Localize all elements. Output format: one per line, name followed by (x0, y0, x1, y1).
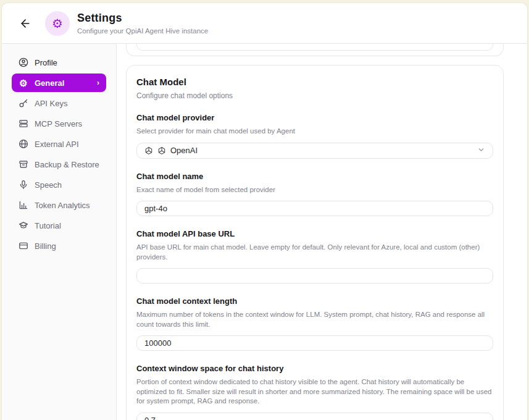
sidebar-item-external-api[interactable]: External API (12, 135, 106, 153)
graduation-cap-icon (19, 220, 28, 230)
sidebar-item-label: Billing (35, 242, 56, 251)
settings-content: Chat Model Configure chat model options … (117, 44, 527, 420)
sidebar-item-mcp-servers[interactable]: MCP Servers (12, 114, 106, 133)
credit-card-icon (19, 241, 28, 251)
archive-icon (19, 159, 28, 169)
sidebar-item-profile[interactable]: Profile (12, 53, 106, 72)
previous-card-partial (126, 44, 504, 56)
sidebar-item-label: External API (35, 140, 79, 149)
arrow-left-icon (19, 17, 31, 30)
provider-select[interactable]: OpenAI (136, 143, 493, 159)
settings-gear-badge: ⚙ (45, 11, 70, 36)
field-description: Exact name of model from selected provid… (136, 185, 493, 195)
sidebar-item-speech[interactable]: Speech (12, 175, 106, 194)
provider-select-value: OpenAI (170, 146, 198, 155)
chat-model-api-base-url-input[interactable] (136, 268, 493, 284)
page-subtitle: Configure your QpiAI Agent Hive instance (77, 27, 208, 35)
sidebar-item-api-keys[interactable]: API Keys (12, 94, 106, 112)
chevron-right-icon: › (97, 78, 99, 87)
field-chat-model-context-length: Chat model context length Maximum number… (136, 296, 493, 351)
settings-sidebar: Profile ⚙ General › API Keys MCP Servers (2, 44, 117, 420)
chevron-down-icon (477, 146, 485, 156)
field-label: Chat model API base URL (136, 229, 493, 238)
sidebar-item-label: API Keys (35, 99, 67, 108)
back-button[interactable] (17, 15, 34, 32)
field-label: Context window space for chat history (136, 364, 493, 373)
field-label: Chat model provider (136, 113, 493, 122)
field-label: Chat model context length (136, 296, 493, 306)
card-subtitle: Configure chat model options (136, 91, 493, 100)
field-description: Portion of context window dedicated to c… (136, 377, 493, 406)
field-chat-model-api-base-url: Chat model API base URL API base URL for… (136, 229, 493, 284)
field-description: API base URL for main chat model. Leave … (136, 243, 493, 262)
chat-model-name-input[interactable] (136, 201, 493, 216)
globe-icon (19, 139, 28, 149)
user-icon (19, 57, 28, 67)
sidebar-item-label: Profile (35, 58, 57, 67)
openai-logo-icon (157, 146, 166, 155)
sidebar-item-label: Token Analytics (35, 201, 90, 210)
gear-icon: ⚙ (52, 16, 63, 31)
gear-icon: ⚙ (19, 78, 28, 88)
page-header: ⚙ Settings Configure your QpiAI Agent Hi… (2, 3, 527, 44)
settings-window: ⚙ Settings Configure your QpiAI Agent Hi… (2, 3, 527, 420)
sidebar-item-backup-restore[interactable]: Backup & Restore (12, 155, 106, 174)
header-text: Settings Configure your QpiAI Agent Hive… (77, 12, 208, 35)
sidebar-item-label: Speech (35, 180, 62, 190)
field-description: Select provider for main chat model used… (136, 127, 493, 136)
sidebar-item-tutorial[interactable]: Tutorial (12, 216, 106, 235)
sidebar-item-general[interactable]: ⚙ General › (12, 74, 106, 92)
bar-chart-icon (19, 200, 28, 210)
field-chat-model-name: Chat model name Exact name of model from… (136, 172, 493, 217)
partial-input[interactable] (136, 44, 493, 51)
sidebar-item-label: MCP Servers (35, 119, 82, 128)
chat-model-card: Chat Model Configure chat model options … (126, 65, 504, 420)
field-chat-model-provider: Chat model provider Select provider for … (136, 113, 493, 159)
openai-logo-icon (144, 146, 153, 155)
server-icon (19, 119, 28, 128)
sidebar-item-label: General (35, 78, 64, 88)
field-label: Chat model name (136, 172, 493, 181)
microphone-icon (19, 180, 28, 190)
sidebar-item-label: Backup & Restore (35, 160, 99, 169)
chat-model-context-length-input[interactable] (136, 335, 493, 351)
context-window-space-input[interactable] (136, 413, 493, 420)
field-context-window-space: Context window space for chat history Po… (136, 364, 493, 420)
field-description: Maximum number of tokens in the context … (136, 310, 493, 329)
page-title: Settings (77, 12, 208, 25)
card-title: Chat Model (136, 77, 493, 87)
sidebar-item-billing[interactable]: Billing (12, 237, 106, 255)
sidebar-item-label: Tutorial (35, 221, 61, 230)
key-icon (19, 98, 28, 108)
sidebar-item-token-analytics[interactable]: Token Analytics (12, 196, 106, 214)
